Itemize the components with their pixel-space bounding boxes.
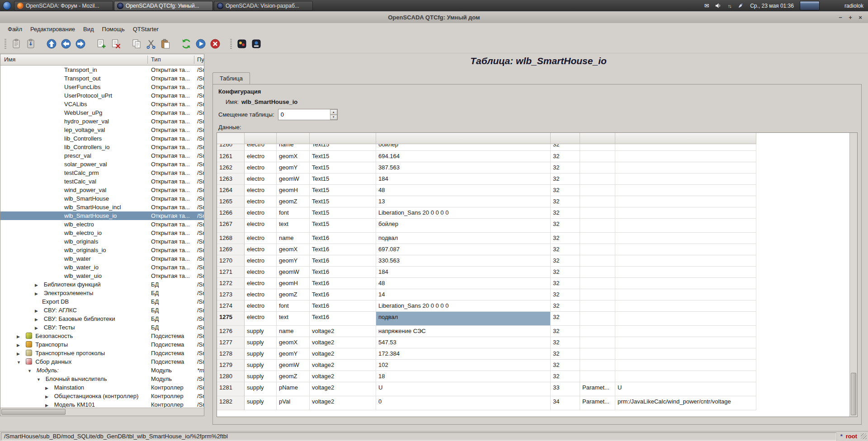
tree-row[interactable]: wlb_electro_io Открытая та... /Sm: [0, 229, 204, 237]
column-header[interactable]: [277, 133, 310, 144]
table-row[interactable]: 1281 supply pName voltage2 U 33 Paramet.…: [217, 382, 756, 396]
status-user[interactable]: root: [846, 433, 857, 440]
tree-row[interactable]: wlb_SmartHouse_incl Открытая та... /Sm: [0, 203, 204, 211]
table-row[interactable]: 1261 electro geomX Text15 694.164 32: [217, 151, 756, 162]
cut-icon[interactable]: [144, 37, 158, 51]
table-row[interactable]: 1262 electro geomY Text15 387.563 32: [217, 162, 756, 174]
row-number[interactable]: 1268: [217, 233, 245, 244]
tree-row[interactable]: lib_Controllers_io Открытая та... /Sm: [0, 143, 204, 151]
task-button-qtcfg[interactable]: OpenSCADA QTCfg: Умный...: [114, 1, 213, 11]
table-row[interactable]: 1263 electro geomW Text15 184 32: [217, 174, 756, 185]
table-row[interactable]: 1278 supply geomY voltage2 172.384 32: [217, 348, 756, 360]
save-icon[interactable]: [24, 37, 38, 51]
row-number[interactable]: 1282: [217, 396, 245, 410]
table-row[interactable]: 1264 electro geomH Text15 48 32: [217, 185, 756, 196]
row-number[interactable]: 1276: [217, 326, 245, 337]
tree-header-type[interactable]: Тип: [151, 54, 161, 65]
table-row[interactable]: 1276 supply name voltage2 напряжение СЭС…: [217, 326, 756, 337]
tree-row[interactable]: ▶ СВУ: Тесты БД /Sm: [0, 323, 204, 332]
tree-header-path[interactable]: Пу: [197, 54, 204, 65]
tree-row[interactable]: lib_Controllers Открытая та... /Sm: [0, 134, 204, 143]
menu-edit[interactable]: Редактирование: [26, 24, 79, 34]
column-header[interactable]: [551, 133, 580, 144]
copy-icon[interactable]: [130, 37, 143, 51]
row-number[interactable]: 1277: [217, 337, 245, 348]
toolbar-drag-handle[interactable]: [230, 39, 232, 49]
row-number[interactable]: 1260: [217, 144, 245, 151]
tree-row[interactable]: hydro_power_val Открытая та... /Sm: [0, 117, 204, 126]
close-button[interactable]: ×: [856, 13, 864, 21]
tree-row[interactable]: wind_power_val Открытая та... /Sm: [0, 186, 204, 194]
forward-icon[interactable]: [74, 37, 87, 51]
column-header[interactable]: [580, 133, 615, 144]
row-number[interactable]: 1275: [217, 312, 245, 326]
minimize-button[interactable]: −: [836, 13, 844, 21]
row-number[interactable]: 1265: [217, 196, 245, 207]
row-number[interactable]: 1274: [217, 300, 245, 312]
tab-table[interactable]: Таблица: [212, 72, 250, 84]
refresh-icon[interactable]: [179, 37, 193, 51]
column-header[interactable]: [615, 133, 756, 144]
tree-row[interactable]: ▼ Блочный вычислитель Модуль /Sm: [0, 375, 204, 383]
menu-qtstarter[interactable]: QTStarter: [129, 24, 163, 34]
menu-help[interactable]: Помощь: [98, 24, 129, 34]
tree-row[interactable]: wlb_electro Открытая та... /Sm: [0, 220, 204, 229]
table-row[interactable]: 1267 electro text Text15 бойлер 32: [217, 219, 756, 233]
row-number[interactable]: 1269: [217, 244, 245, 255]
column-separator[interactable]: [147, 56, 148, 64]
delete-item-icon[interactable]: [109, 37, 123, 51]
mail-icon[interactable]: ✉: [703, 2, 710, 9]
table-row[interactable]: 1265 electro geomZ Text15 13 32: [217, 196, 756, 207]
window-preview-thumbnail[interactable]: [800, 1, 820, 10]
table-row[interactable]: 1272 electro geomH Text16 48 32: [217, 278, 756, 289]
tree-row[interactable]: ▼ Сбор данных Подсистема /Sm: [0, 357, 204, 366]
up-icon[interactable]: [45, 37, 58, 51]
back-icon[interactable]: [59, 37, 73, 51]
tree-row[interactable]: ▶ Общестанционка (контроллер) Контроллер…: [0, 392, 204, 400]
add-item-icon[interactable]: [94, 37, 108, 51]
tree-row[interactable]: ▶ Библиотеки функций БД /Sm: [0, 280, 204, 289]
start-icon[interactable]: [194, 37, 208, 51]
tree-row[interactable]: testCalc_val Открытая та... /Sm: [0, 177, 204, 186]
tree-row[interactable]: solar_power_val Открытая та... /Sm: [0, 160, 204, 169]
scrollbar-thumb[interactable]: [851, 373, 856, 415]
tree-row[interactable]: ▶ СВУ: Базовые библиотеки БД /Sm: [0, 314, 204, 323]
tree-row[interactable]: prescr_val Открытая та... /Sm: [0, 151, 204, 160]
row-number[interactable]: 1266: [217, 207, 245, 219]
paste-icon[interactable]: [159, 37, 172, 51]
table-row[interactable]: 1271 electro geomW Text16 184 32: [217, 267, 756, 278]
messenger-icon[interactable]: [737, 2, 744, 9]
row-number[interactable]: 1281: [217, 382, 245, 396]
tree-horizontal-scrollbar[interactable]: [0, 408, 204, 416]
column-header[interactable]: [245, 133, 277, 144]
tree-row[interactable]: wlb_originals_io Открытая та... /Sm: [0, 246, 204, 254]
row-number[interactable]: 1272: [217, 278, 245, 289]
row-number[interactable]: 1278: [217, 348, 245, 360]
spin-down-icon[interactable]: ▼: [330, 115, 337, 120]
row-number[interactable]: 1264: [217, 185, 245, 196]
row-number[interactable]: 1270: [217, 255, 245, 267]
table-row[interactable]: 1282 supply pVal voltage2 0 34 Paramet..…: [217, 396, 756, 410]
row-number[interactable]: 1267: [217, 219, 245, 233]
tree-row[interactable]: ▶ Безопасность Подсистема /Sm: [0, 332, 204, 340]
window-titlebar[interactable]: OpenSCADA QTCfg: Умный дом − + ×: [0, 11, 868, 23]
tree-row[interactable]: UserFuncLibs Открытая та... /Sm: [0, 83, 204, 91]
spin-up-icon[interactable]: ▲: [330, 109, 337, 115]
table-row[interactable]: 1270 electro geomY Text16 330.563 32: [217, 255, 756, 267]
toolbar-drag-handle[interactable]: [5, 39, 6, 49]
tree-row[interactable]: WebUser_uPg Открытая та... /Sm: [0, 108, 204, 117]
menu-view[interactable]: Вид: [79, 24, 98, 34]
clock[interactable]: Ср., 23 мая 01:36: [750, 3, 794, 9]
qtstarter-vision-icon[interactable]: [250, 37, 263, 51]
tree-row[interactable]: ▶ Mainstation Контроллер /Sm: [0, 383, 204, 392]
tree-row[interactable]: ▶ СВУ: АГЛКС БД /Sm: [0, 306, 204, 314]
resize-grip-icon[interactable]: [861, 433, 867, 439]
updown-arrows-icon[interactable]: ↑↓: [726, 2, 733, 9]
stop-icon[interactable]: [208, 37, 222, 51]
row-number[interactable]: 1280: [217, 371, 245, 382]
table-row[interactable]: 1277 supply geomX voltage2 547.53 32: [217, 337, 756, 348]
task-button-vision[interactable]: OpenSCADA: Vision-разраб...: [214, 1, 313, 11]
row-number[interactable]: 1261: [217, 151, 245, 162]
table-row[interactable]: 1279 supply geomW voltage2 102 32: [217, 360, 756, 371]
column-header[interactable]: [376, 133, 551, 144]
